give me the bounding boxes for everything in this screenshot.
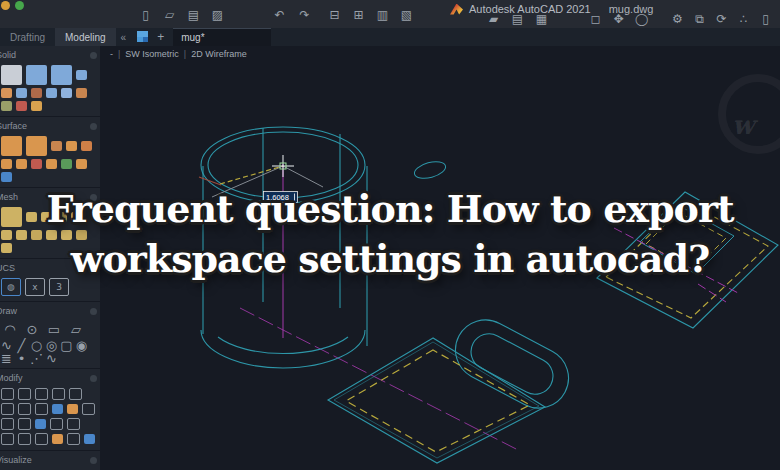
refresh-icon[interactable]: ⟳ <box>714 12 729 27</box>
panel-modify: Modify <box>0 369 100 451</box>
tool-chamfer-icon[interactable] <box>52 404 63 414</box>
tool-rotate-icon[interactable] <box>1 418 14 430</box>
panel-menu-button[interactable] <box>90 308 97 315</box>
print-icon[interactable]: ⊟ <box>327 8 342 23</box>
tool-box-outline-icon[interactable]: ▢ <box>61 340 72 350</box>
zoom-window-icon[interactable]: ◻ <box>588 12 603 27</box>
tool-fillet-surface-icon[interactable] <box>1 159 12 169</box>
redo-icon[interactable]: ↷ <box>297 8 312 23</box>
tool-circle-icon[interactable]: ⊙ <box>23 321 41 337</box>
tool-stretch-icon[interactable] <box>1 433 14 445</box>
tool-trim-surface-icon[interactable] <box>46 159 57 169</box>
properties-icon[interactable]: ▦ <box>534 12 549 27</box>
open-folder-icon[interactable]: ▱ <box>162 8 177 23</box>
tool-rectangle-icon[interactable]: ▭ <box>45 321 63 337</box>
tool-untrim-icon[interactable] <box>61 159 72 169</box>
new-file-icon[interactable]: ▯ <box>138 8 153 23</box>
tool-blend-icon[interactable] <box>51 141 62 151</box>
orbit-icon[interactable]: ◯ <box>634 12 649 27</box>
save-icon[interactable]: ▤ <box>186 8 201 23</box>
save-as-icon[interactable]: ▨ <box>210 8 225 23</box>
tab-drafting[interactable]: Drafting <box>0 28 55 46</box>
tool-ellipse-icon[interactable]: ○ <box>31 340 42 350</box>
tool-line-icon[interactable]: ╱ <box>16 340 27 350</box>
panel-menu-button[interactable] <box>90 457 97 464</box>
tool-brush-icon[interactable] <box>67 404 78 414</box>
minimize-button[interactable] <box>1 1 10 10</box>
collapse-palette-button[interactable]: « <box>116 28 132 46</box>
tool-arc-icon[interactable]: ◠ <box>1 321 19 337</box>
tool-rebuild-icon[interactable] <box>1 172 12 182</box>
tool-3d-rotate-icon[interactable] <box>18 388 31 400</box>
panel-menu-button[interactable] <box>90 375 97 382</box>
tool-erase-icon[interactable] <box>50 418 63 430</box>
tool-donut-icon[interactable]: ◉ <box>76 340 87 350</box>
tool-move-icon[interactable] <box>69 388 82 400</box>
reference-doc-icon[interactable]: ▯ <box>758 12 773 27</box>
tool-loft-surface-icon[interactable] <box>26 136 47 156</box>
tool-3d-move-icon[interactable] <box>1 388 14 400</box>
tool-point-icon[interactable]: • <box>16 353 27 363</box>
tool-extrude-icon[interactable] <box>26 65 47 85</box>
tool-box-icon[interactable] <box>1 65 22 85</box>
tool-array-rect-icon[interactable] <box>35 419 46 429</box>
tool-cone-icon[interactable] <box>16 88 27 98</box>
batch-print-icon[interactable]: ⊞ <box>351 8 366 23</box>
tool-cv-show-icon[interactable] <box>76 159 87 169</box>
file-tab-mug[interactable]: mug* <box>173 28 271 46</box>
fullscreen-button[interactable] <box>15 1 24 10</box>
tool-spline-edit-icon[interactable] <box>35 433 48 445</box>
new-tab-button[interactable]: + <box>152 28 169 46</box>
save-copy-icon[interactable]: ▤ <box>510 12 525 27</box>
import-icon[interactable]: ▰ <box>486 12 501 27</box>
tool-offset-icon[interactable] <box>82 403 95 415</box>
tool-array-icon[interactable] <box>18 403 31 415</box>
tool-divide-icon[interactable]: ⋰ <box>31 353 42 363</box>
settings-icon[interactable]: ⚙ <box>670 12 685 27</box>
panel-label: Visualize <box>0 455 32 465</box>
panel-menu-button[interactable] <box>90 123 97 130</box>
tool-patch-icon[interactable] <box>66 141 77 151</box>
tool-explode-icon[interactable] <box>67 418 80 430</box>
view-grid-icon[interactable] <box>137 31 148 42</box>
app-dots-icon[interactable]: ∴ <box>736 12 751 27</box>
tool-pyramid-icon[interactable] <box>76 70 87 80</box>
tab-modeling[interactable]: Modeling <box>55 28 116 46</box>
tool-presspull-icon[interactable] <box>31 88 42 98</box>
tool-polyline-icon[interactable]: ∿ <box>1 340 12 350</box>
tool-polysolid-icon[interactable] <box>51 65 72 85</box>
panel-icon-grid <box>0 385 100 446</box>
tool-pencil-icon[interactable] <box>52 434 63 444</box>
tool-change-space-icon[interactable] <box>84 434 95 444</box>
tool-fillet-icon[interactable] <box>35 403 48 415</box>
tool-match-properties-icon[interactable] <box>67 433 80 445</box>
tool-3d-scale-icon[interactable] <box>1 403 14 415</box>
plot-preview-icon[interactable]: ▥ <box>375 8 390 23</box>
tool-3d-align-icon[interactable] <box>52 388 65 400</box>
tool-3d-mirror-icon[interactable] <box>35 388 48 400</box>
paste-clipboard-icon[interactable]: ⧉ <box>692 12 707 27</box>
tool-offset-surface-icon[interactable] <box>81 141 92 151</box>
export-plot-icon[interactable]: ▧ <box>399 8 414 23</box>
tool-network-surface-icon[interactable] <box>1 136 22 156</box>
tool-helix-icon[interactable]: ◎ <box>46 340 57 350</box>
tool-trim-icon[interactable] <box>18 418 31 430</box>
tool-hatch-icon[interactable]: ≣ <box>1 353 12 363</box>
tool-union-icon[interactable] <box>1 101 12 111</box>
pan-hand-icon[interactable]: ✥ <box>611 12 626 27</box>
tool-slice-icon[interactable] <box>46 88 57 98</box>
headline-line2: workspace settings in autocad? <box>0 234 780 284</box>
tool-spline-icon[interactable]: ∿ <box>46 353 57 363</box>
quick-access-print-group: ⊟⊞▥▧ <box>327 8 414 23</box>
tool-lengthen-icon[interactable] <box>18 433 31 445</box>
panel-menu-button[interactable] <box>90 52 97 59</box>
tool-planar-surface-icon[interactable]: ▱ <box>67 321 85 337</box>
tool-fillet-edge-icon[interactable] <box>1 88 12 98</box>
tool-extend-icon[interactable] <box>16 159 27 169</box>
tool-sculpt-icon[interactable] <box>31 159 42 169</box>
tool-subtract-icon[interactable] <box>16 101 27 111</box>
tool-thicken-icon[interactable] <box>61 88 72 98</box>
tool-intersect-icon[interactable] <box>31 101 42 111</box>
undo-icon[interactable]: ↶ <box>272 8 287 23</box>
tool-sweep-icon[interactable] <box>76 88 87 98</box>
